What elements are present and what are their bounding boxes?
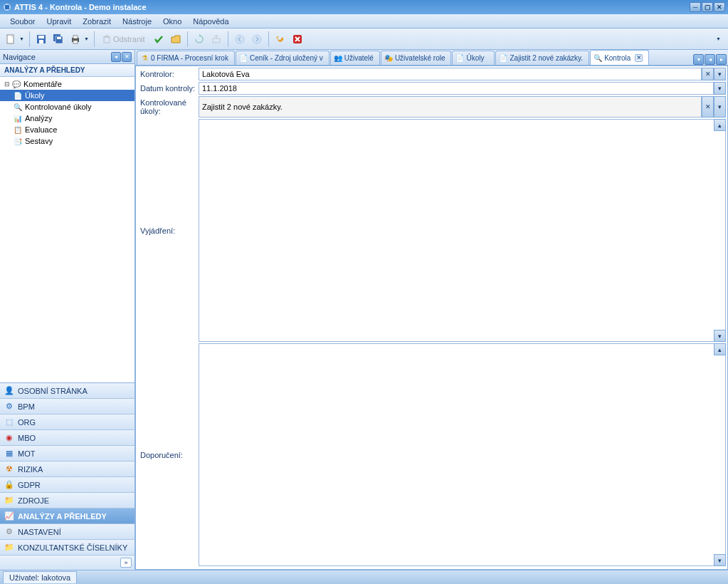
menu-upravit[interactable]: Upravit [41,16,77,27]
tabstrip: ⚗0 FIRMA - Procesní krok 📄Ceník - Zdroj … [135,50,728,66]
form-kontrola: Kontrolor: ✕ ▾ Datum kontroly: ▾ Kontrol… [135,66,728,570]
app-icon [3,3,11,11]
nav-pin-button[interactable]: ◂ [111,52,121,62]
expand-doporuceni-down[interactable]: ▾ [714,554,726,566]
expand-doporuceni-up[interactable]: ▴ [714,343,726,355]
tree-toggle-root[interactable]: ⊟ 💬 Komentáře [0,78,134,90]
tree-item-label: Úkoly [25,91,45,100]
nav-section-konzult[interactable]: 📁KONZULTANTSKÉ ČÍSELNÍKY [0,540,134,556]
tab-zajistit[interactable]: 📄Zajistit 2 nové zakázky. [495,51,589,65]
print-dropdown[interactable]: ▼ [83,33,90,45]
nav-section-label: NASTAVENÍ [18,528,61,536]
tree-item-analyzy[interactable]: 📊 Analýzy [0,113,134,124]
nav-header: Navigace ◂ ✕ [0,50,134,64]
menu-nastroje[interactable]: Nástroje [117,16,157,27]
nav-section-mbo[interactable]: ◉MBO [0,430,134,446]
tabstrip-scroll-right[interactable]: ▸ [716,54,727,65]
statusbar: Uživatel: lakotova [0,570,728,584]
tab-ukoly[interactable]: 📄Úkoly [452,51,495,65]
nav-section-nastaveni[interactable]: ⚙NASTAVENÍ [0,524,134,540]
left-panel: Navigace ◂ ✕ ANALÝZY A PŘEHLEDY ⊟ 💬 Kome… [0,50,135,570]
task-icon: 📄 [455,54,464,63]
textarea-vyjadreni[interactable] [199,119,726,342]
nav-section-label: OSOBNÍ STRÁNKA [18,387,88,395]
delete-button[interactable]: Odstranit [98,31,149,47]
minimize-button[interactable]: ─ [690,2,701,12]
tab-kontrola[interactable]: 🔍Kontrola✕ [590,50,649,65]
refresh-button[interactable] [191,31,207,47]
tabstrip-scroll-left[interactable]: ◂ [705,54,715,65]
nav-section-org[interactable]: ⬚ORG [0,414,134,430]
accept-button[interactable] [151,31,167,47]
input-datum[interactable] [199,82,714,95]
status-user[interactable]: Uživatel: lakotova [3,571,77,583]
folder-icon: 📁 [4,543,14,553]
label-kontrolor: Kontrolor: [137,68,199,80]
nav-section-osobni[interactable]: 👤OSOBNÍ STRÁNKA [0,383,134,399]
maximize-button[interactable]: ▢ [702,2,713,12]
tabstrip-list-button[interactable]: ▾ [693,54,704,65]
label-ukoly: Kontrolované úkoly: [137,96,199,118]
menu-okno[interactable]: Okno [157,16,187,27]
nav-section-mot[interactable]: ▦MOT [0,446,134,462]
svg-point-14 [236,35,244,43]
nav-section-gdpr[interactable]: 🔒GDPR [0,477,134,493]
nav-section-label: BPM [18,402,35,411]
tab-uzivatele[interactable]: 👥Uživatelé [330,51,380,65]
mot-icon: ▦ [4,449,14,459]
nav-back-button[interactable] [232,31,248,47]
nav-section-zdroje[interactable]: 📁ZDROJE [0,493,134,509]
undo-button[interactable] [273,31,288,47]
mbo-icon: ◉ [4,433,14,443]
datepicker-button[interactable]: ▾ [714,82,726,95]
folder-icon: 📁 [4,496,14,506]
nav-close-button[interactable]: ✕ [122,52,132,62]
tab-firma[interactable]: ⚗0 FIRMA - Procesní krok [137,51,235,65]
lookup-ukoly-button[interactable]: ▾ [714,96,726,118]
textarea-doporuceni[interactable] [199,343,726,566]
label-datum: Datum kontroly: [137,82,199,95]
tab-cenik[interactable]: 📄Ceník - Zdroj uložený v [236,51,329,65]
stop-button[interactable] [290,31,305,47]
expand-vyjadreni-down[interactable]: ▾ [714,330,726,342]
nav-section-header: ANALÝZY A PŘEHLEDY [0,64,134,77]
task-icon: 📄 [13,90,23,100]
nav-tree: ⊟ 💬 Komentáře 📄 Úkoly 🔍 Kontrolované úko… [0,77,134,382]
clear-ukoly-button[interactable]: ✕ [702,96,714,118]
save-button[interactable] [33,31,49,47]
nav-forward-button[interactable] [249,31,265,47]
tree-item-ukoly[interactable]: 📄 Úkoly [0,90,134,101]
nav-section-analyzy[interactable]: 📈ANALÝZY A PŘEHLEDY [0,509,134,524]
input-kontrolor[interactable] [199,68,702,80]
tab-label: Uživatelské role [395,54,445,62]
toolbar-overflow[interactable]: ▼ [712,33,725,45]
saveall-button[interactable] [51,31,66,47]
menu-napoveda[interactable]: Nápověda [187,16,234,27]
clear-kontrolor-button[interactable]: ✕ [702,68,714,80]
tab-label: Ceník - Zdroj uložený v [250,54,323,62]
close-button[interactable]: ✕ [714,2,725,12]
tree-item-evaluace[interactable]: 📋 Evaluace [0,124,134,135]
eval-icon: 📋 [13,125,23,135]
input-ukoly[interactable] [199,96,702,118]
tree-item-kontrolovane[interactable]: 🔍 Kontrolované úkoly [0,101,134,113]
expand-vyjadreni-up[interactable]: ▴ [714,119,726,131]
print-button[interactable] [68,31,83,47]
export-button[interactable] [209,31,224,47]
nav-section-bpm[interactable]: ⚙BPM [0,399,134,414]
tab-role[interactable]: 🎭Uživatelské role [381,51,452,65]
report-icon: 📑 [13,136,23,146]
collapse-icon[interactable]: ⊟ [3,80,11,88]
folder-button[interactable] [168,31,184,47]
menu-soubor[interactable]: Soubor [4,16,41,27]
nav-section-rizika[interactable]: ☢RIZIKA [0,462,134,477]
new-dropdown[interactable]: ▼ [18,33,26,45]
new-button[interactable] [3,31,19,47]
tree-item-label: Evaluace [25,125,57,134]
tab-close-button[interactable]: ✕ [635,54,643,62]
svg-point-15 [253,35,261,43]
tree-item-sestavy[interactable]: 📑 Sestavy [0,135,134,147]
lookup-kontrolor-button[interactable]: ▾ [714,68,726,80]
nav-sections-configure[interactable]: » [120,558,132,568]
menu-zobrazit[interactable]: Zobrazit [77,16,117,27]
